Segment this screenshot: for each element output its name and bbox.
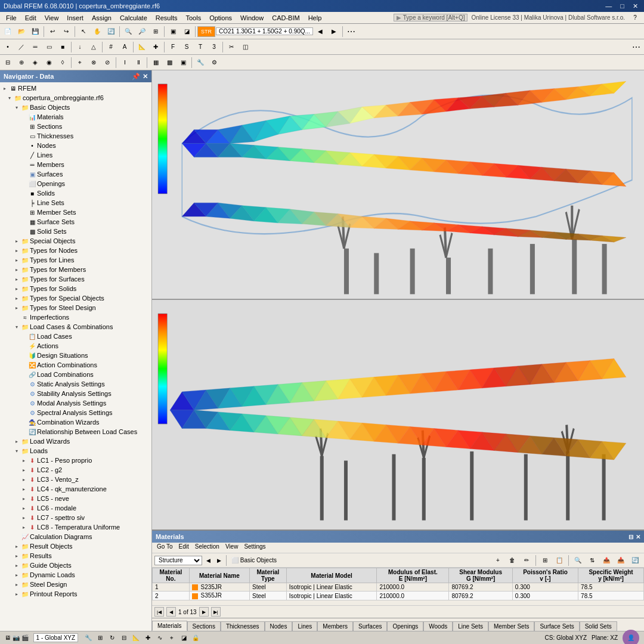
types-members-expand[interactable] <box>13 266 20 273</box>
tb3-btn3[interactable]: ◈ <box>29 56 42 69</box>
tree-calculation-diagrams[interactable]: 📈 Calculation Diagrams <box>0 532 151 541</box>
select-button[interactable]: ↖ <box>77 25 90 38</box>
tree-lc5[interactable]: ⬇ LC5 - neve <box>0 494 151 503</box>
menu-help[interactable]: Help <box>305 13 326 23</box>
tree-members[interactable]: ═ Members <box>0 160 151 169</box>
tree-lc3[interactable]: ⬇ LC3 - Vento_z <box>0 475 151 484</box>
status-btn9[interactable]: ◪ <box>178 633 189 643</box>
tree-actions[interactable]: ⚡ Actions <box>0 341 151 351</box>
mat-sort-button[interactable]: ⇅ <box>586 554 599 567</box>
basic-objects-expand[interactable] <box>13 104 20 111</box>
printout-expand[interactable] <box>13 590 20 597</box>
result-objects-expand[interactable] <box>13 543 20 550</box>
mat-next-button[interactable]: ▶ <box>214 556 224 565</box>
tree-types-solids[interactable]: 📁 Types for Solids <box>0 284 151 293</box>
viewport-top[interactable] <box>152 70 644 300</box>
tab-member-sets[interactable]: Member Sets <box>488 621 534 631</box>
pager-next-button[interactable]: ▶ <box>199 607 209 617</box>
lc3-expand[interactable] <box>20 476 27 483</box>
status-btn2[interactable]: ⊞ <box>95 633 106 643</box>
tree-lc7[interactable]: ⬇ LC7 - spettro siv <box>0 513 151 522</box>
member-button[interactable]: ═ <box>29 41 42 54</box>
tree-loads[interactable]: 📁 Loads <box>0 446 151 456</box>
close-button[interactable]: ✕ <box>630 2 640 10</box>
tb3-btn13[interactable]: ▣ <box>177 56 190 69</box>
tree-combination-wizards[interactable]: 🧙 Combination Wizards <box>0 417 151 427</box>
menu-window[interactable]: Window <box>237 13 267 23</box>
open-button[interactable]: 📂 <box>15 25 28 38</box>
snap-button[interactable]: ✚ <box>149 41 162 54</box>
numbering-button[interactable]: # <box>104 41 117 54</box>
save-button[interactable]: 💾 <box>29 25 42 38</box>
tree-sections[interactable]: ⊞ Sections <box>0 122 151 131</box>
help-icon[interactable]: ? <box>628 11 642 24</box>
types-solids-expand[interactable] <box>13 285 20 292</box>
mat-filter-button[interactable]: 🔍 <box>571 554 584 567</box>
iso-view-button[interactable]: 3 <box>208 41 221 54</box>
result-combo[interactable]: CO21 1.30G1 + 1.50G2 + 0.90Q... <box>216 27 313 35</box>
tab-lines[interactable]: Lines <box>292 621 317 631</box>
menu-view[interactable]: View <box>41 13 63 23</box>
tab-nodes[interactable]: Nodes <box>265 621 293 631</box>
lc8-expand[interactable] <box>20 524 27 531</box>
tree-types-lines[interactable]: 📁 Types for Lines <box>0 255 151 265</box>
mat-menu-view[interactable]: View <box>223 543 241 553</box>
mat-export-button[interactable]: 📤 <box>600 554 613 567</box>
tab-members[interactable]: Members <box>317 621 353 631</box>
lc2-expand[interactable] <box>20 466 27 473</box>
viewport-bottom[interactable] <box>152 300 644 530</box>
next-result-button[interactable]: ▶ <box>327 25 340 38</box>
mat-copy-button[interactable]: ⊞ <box>538 554 552 567</box>
tree-types-surfaces[interactable]: 📁 Types for Surfaces <box>0 274 151 284</box>
table-row[interactable]: 1 S235JR Steel Isotropic | Linear Elasti… <box>153 583 644 592</box>
tree-steel-design[interactable]: 📁 Steel Design <box>0 580 151 589</box>
tb3-btn7[interactable]: ⊗ <box>87 56 100 69</box>
tree-solidsets[interactable]: ▩ Solid Sets <box>0 227 151 236</box>
tree-design-situations[interactable]: 🔰 Design Situations <box>0 351 151 360</box>
tree-materials[interactable]: 📊 Materials <box>0 112 151 122</box>
status-btn1[interactable]: 🔧 <box>83 633 94 643</box>
undo-button[interactable]: ↩ <box>46 25 59 38</box>
tree-relationship-load-cases[interactable]: 🔄 Relationship Between Load Cases <box>0 427 151 436</box>
status-btn6[interactable]: ✚ <box>143 633 153 643</box>
tb3-btn8[interactable]: ⊘ <box>101 56 114 69</box>
mat-import-button[interactable]: 📥 <box>614 554 627 567</box>
tree-types-steel[interactable]: 📁 Types for Steel Design <box>0 303 151 312</box>
minimize-button[interactable]: — <box>603 2 614 10</box>
tb3-btn2[interactable]: ⊕ <box>15 56 28 69</box>
tree-rfem[interactable]: 🖥 RFEM <box>0 83 151 93</box>
mat-edit-button[interactable]: ✏ <box>520 554 533 567</box>
pager-prev-button[interactable]: ◀ <box>166 607 176 617</box>
nav-close-button[interactable]: ✕ <box>143 73 148 80</box>
menu-calculate[interactable]: Calculate <box>116 13 151 23</box>
mat-menu-settings[interactable]: Settings <box>242 543 268 553</box>
tb3-btn4[interactable]: ◉ <box>42 56 55 69</box>
tb3-btn5[interactable]: ◊ <box>56 56 69 69</box>
mat-paste-button[interactable]: 📋 <box>553 554 566 567</box>
materials-float-button[interactable]: ⊟ <box>628 534 633 540</box>
tab-openings[interactable]: Openings <box>387 621 423 631</box>
load-wizards-expand[interactable] <box>13 438 20 445</box>
support-button[interactable]: △ <box>87 41 100 54</box>
tree-modal-analysis[interactable]: ⚙ Modal Analysis Settings <box>0 398 151 408</box>
menu-cadbim[interactable]: CAD-BIM <box>268 13 303 23</box>
tree-load-wizards[interactable]: 📁 Load Wizards <box>0 436 151 446</box>
zoom-in-button[interactable]: 🔍 <box>122 25 135 38</box>
zoom-all-button[interactable]: ⊞ <box>149 25 162 38</box>
types-special-expand[interactable] <box>13 295 20 302</box>
menu-tools[interactable]: Tools <box>182 13 205 23</box>
tree-types-members[interactable]: 📁 Types for Members <box>0 265 151 274</box>
tree-membersets[interactable]: ⊞ Member Sets <box>0 208 151 217</box>
tree-lc6[interactable]: ⬇ LC6 - modale <box>0 503 151 513</box>
status-btn5[interactable]: 📐 <box>131 633 141 643</box>
tree-load-cases[interactable]: 📋 Load Cases <box>0 332 151 341</box>
lc5-expand[interactable] <box>20 495 27 502</box>
rotate-button[interactable]: 🔄 <box>104 25 117 38</box>
status-btn10[interactable]: 🔒 <box>190 633 201 643</box>
mat-add-button[interactable]: + <box>491 554 504 567</box>
mat-prev-button[interactable]: ◀ <box>203 556 213 565</box>
menu-edit[interactable]: Edit <box>21 13 40 23</box>
mat-delete-button[interactable]: 🗑 <box>506 554 519 567</box>
tree-load-cases-combinations[interactable]: 📁 Load Cases & Combinations <box>0 322 151 332</box>
tab-sections[interactable]: Sections <box>187 621 221 631</box>
